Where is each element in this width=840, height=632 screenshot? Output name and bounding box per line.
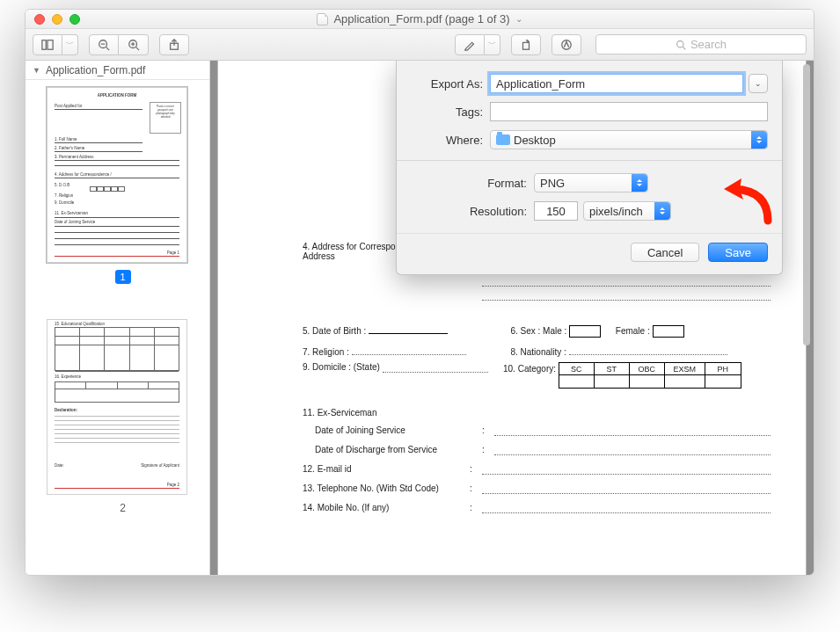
svg-rect-11 <box>523 42 530 49</box>
field-mobile-label: 14. Mobile No. (If any) <box>303 503 470 513</box>
vertical-scrollbar[interactable] <box>800 64 813 571</box>
field-nationality-label: 8. Nationality : <box>510 347 566 357</box>
svg-line-14 <box>683 47 685 49</box>
svg-line-6 <box>135 47 139 50</box>
thumb1-title: APPLICATION FORM <box>98 93 137 98</box>
highlight-button[interactable] <box>455 34 485 55</box>
field-joining-date-label: Date of Joining Service <box>315 425 482 436</box>
resolution-unit-value: pixels/inch <box>589 205 643 218</box>
window-title[interactable]: Application_Form.pdf (page 1 of 3) ⌄ <box>26 12 814 25</box>
field-ex-serviceman-label: 11. Ex-Serviceman <box>303 408 470 418</box>
field-domicile-label: 9. Domicile : (State) <box>303 362 380 372</box>
where-value: Desktop <box>514 134 556 147</box>
sidebar-file-header[interactable]: ▼ Application_Form.pdf <box>26 61 209 80</box>
window-title-text: Application_Form.pdf (page 1 of 3) <box>333 12 509 25</box>
resolution-input[interactable] <box>534 201 578 221</box>
field-discharge-date-label: Date of Discharge from Service <box>315 445 482 455</box>
field-telephone-label: 13. Telephone No. (With Std Code) <box>303 483 470 494</box>
format-popup[interactable]: PNG <box>534 173 648 193</box>
svg-rect-0 <box>42 40 46 49</box>
page-thumbnail-2[interactable]: 15. Educational Qualification 16. Experi… <box>47 319 187 495</box>
thumb1-photo-box: Paste a recentpassport sizephotograph du… <box>150 102 181 134</box>
format-value: PNG <box>540 177 565 190</box>
svg-line-3 <box>106 47 110 50</box>
chevron-down-icon: ⌄ <box>515 14 522 24</box>
field-category-label: 10. Category: <box>503 364 556 374</box>
highlight-dropdown[interactable]: ﹀ <box>485 34 500 55</box>
markup-button[interactable] <box>551 34 581 55</box>
view-mode-button[interactable] <box>33 34 62 55</box>
category-table: SC ST OBC EXSM PH <box>559 362 741 389</box>
tags-label: Tags: <box>411 105 490 119</box>
field-email-label: 12. E-mail id <box>303 464 470 475</box>
field-sex-male-label: 6. Sex : Male : <box>510 326 566 336</box>
search-placeholder: Search <box>690 38 727 51</box>
pdf-document-icon <box>317 13 328 25</box>
toolbar: ﹀ ﹀ <box>26 29 814 61</box>
document-view[interactable]: advertisement with designation / seal of… <box>210 61 814 575</box>
sidebar-file-name: Application_Form.pdf <box>46 64 145 76</box>
export-as-label: Export As: <box>411 77 490 91</box>
view-mode-dropdown[interactable]: ﹀ <box>62 34 78 55</box>
where-label: Where: <box>411 134 490 147</box>
resolution-label: Resolution: <box>411 205 534 218</box>
search-input[interactable]: Search <box>595 34 807 54</box>
thumbnails-sidebar: ▼ Application_Form.pdf APPLICATION FORM … <box>26 61 210 575</box>
format-label: Format: <box>411 177 534 190</box>
field-religion-label: 7. Religion : <box>303 347 349 357</box>
page-thumbnail-2-label: 2 <box>47 502 199 514</box>
export-sheet: Export As: ⌄ Tags: Where: <box>396 61 783 275</box>
folder-icon <box>496 134 510 145</box>
svg-rect-1 <box>47 40 53 49</box>
tags-input[interactable] <box>490 102 768 121</box>
share-button[interactable] <box>159 34 189 55</box>
scrollbar-thumb[interactable] <box>803 64 810 345</box>
disclosure-triangle-icon: ▼ <box>33 66 40 75</box>
search-icon <box>676 40 686 50</box>
zoom-in-button[interactable] <box>119 34 149 55</box>
export-as-input[interactable] <box>490 74 743 93</box>
preview-window: Application_Form.pdf (page 1 of 3) ⌄ ﹀ <box>25 9 814 576</box>
where-popup[interactable]: Desktop <box>490 130 768 149</box>
field-sex-female-label: Female : <box>616 326 650 336</box>
field-dob-label: 5. Date of Birth : <box>303 326 366 336</box>
thumb1-post: Post Applied for <box>55 104 83 108</box>
expand-save-dialog-button[interactable]: ⌄ <box>749 74 768 93</box>
page-thumbnail-1[interactable]: APPLICATION FORM Post Applied for Paste … <box>47 87 187 263</box>
save-button[interactable]: Save <box>708 243 768 262</box>
cancel-button[interactable]: Cancel <box>631 243 699 262</box>
svg-point-13 <box>676 40 683 47</box>
titlebar: Application_Form.pdf (page 1 of 3) ⌄ <box>26 10 814 29</box>
page-thumbnail-1-badge: 1 <box>115 270 131 284</box>
resolution-unit-popup[interactable]: pixels/inch <box>583 201 671 221</box>
rotate-button[interactable] <box>511 34 541 55</box>
zoom-out-button[interactable] <box>89 34 119 55</box>
